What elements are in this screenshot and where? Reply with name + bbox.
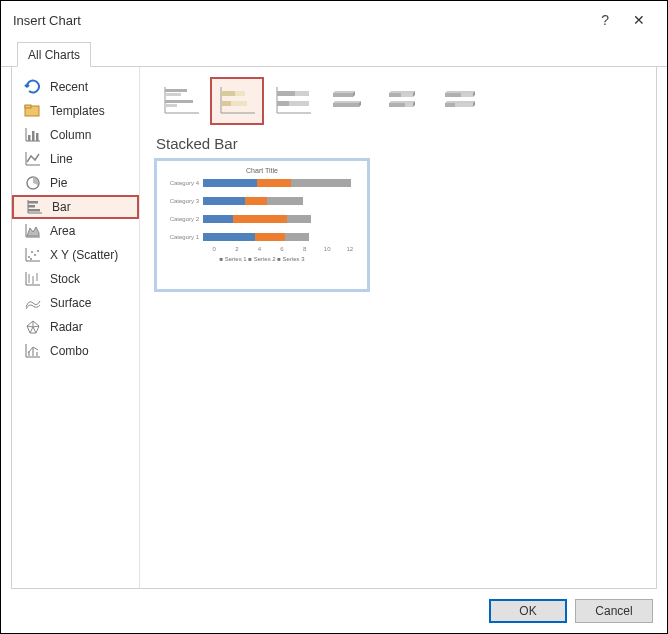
sidebar-item-pie[interactable]: Pie bbox=[12, 171, 139, 195]
svg-rect-39 bbox=[32, 348, 34, 357]
tab-all-charts[interactable]: All Charts bbox=[17, 42, 91, 67]
sidebar-item-radar[interactable]: Radar bbox=[12, 315, 139, 339]
sidebar-item-label: Stock bbox=[50, 272, 80, 286]
preview-category-label: Category 2 bbox=[163, 216, 199, 222]
svg-marker-73 bbox=[445, 91, 475, 93]
svg-rect-66 bbox=[389, 93, 401, 97]
dialog-title: Insert Chart bbox=[13, 13, 81, 28]
close-button[interactable]: ✕ bbox=[623, 12, 655, 28]
svg-line-33 bbox=[33, 327, 36, 333]
preview-tick: 0 bbox=[203, 246, 226, 252]
preview-category-label: Category 3 bbox=[163, 198, 199, 204]
preview-tick: 12 bbox=[338, 246, 361, 252]
preview-bar bbox=[203, 233, 309, 241]
svg-rect-70 bbox=[389, 103, 405, 107]
svg-rect-46 bbox=[165, 104, 177, 107]
ok-button[interactable]: OK bbox=[489, 599, 567, 623]
sidebar-item-label: Templates bbox=[50, 104, 105, 118]
cancel-button[interactable]: Cancel bbox=[575, 599, 653, 623]
chart-preview[interactable]: Chart Title Category 4 Category 3 Catego… bbox=[154, 158, 370, 292]
insert-chart-dialog: Insert Chart ? ✕ All Charts Recent Templ… bbox=[0, 0, 668, 634]
sidebar-item-label: Bar bbox=[52, 200, 71, 214]
preview-x-axis: 0 2 4 6 8 10 12 bbox=[203, 246, 361, 252]
svg-line-34 bbox=[30, 327, 33, 333]
recent-icon bbox=[24, 79, 42, 95]
svg-marker-77 bbox=[445, 101, 475, 103]
column-icon bbox=[24, 127, 42, 143]
sidebar-item-label: X Y (Scatter) bbox=[50, 248, 118, 262]
subtype-title: Stacked Bar bbox=[156, 135, 642, 152]
sidebar-item-line[interactable]: Line bbox=[12, 147, 139, 171]
preview-bar bbox=[203, 197, 303, 205]
line-icon bbox=[24, 151, 42, 167]
subtype-stacked-bar[interactable] bbox=[210, 77, 264, 125]
sidebar-item-scatter[interactable]: X Y (Scatter) bbox=[12, 243, 139, 267]
subtype-100-stacked-bar[interactable] bbox=[266, 77, 320, 125]
sidebar-item-label: Radar bbox=[50, 320, 83, 334]
svg-point-23 bbox=[37, 250, 39, 252]
sidebar-item-combo[interactable]: Combo bbox=[12, 339, 139, 363]
bar-subtype-row bbox=[154, 77, 642, 125]
dialog-footer: OK Cancel bbox=[1, 589, 667, 633]
sidebar-item-label: Line bbox=[50, 152, 73, 166]
sidebar-item-surface[interactable]: Surface bbox=[12, 291, 139, 315]
sidebar-item-area[interactable]: Area bbox=[12, 219, 139, 243]
sidebar-item-column[interactable]: Column bbox=[12, 123, 139, 147]
svg-rect-60 bbox=[333, 93, 353, 97]
sidebar-item-label: Area bbox=[50, 224, 75, 238]
svg-rect-63 bbox=[333, 103, 359, 107]
svg-rect-6 bbox=[36, 133, 39, 141]
preview-row: Category 2 bbox=[163, 214, 361, 224]
tab-row: All Charts bbox=[1, 39, 667, 67]
svg-rect-51 bbox=[221, 101, 231, 106]
svg-rect-49 bbox=[221, 91, 235, 96]
svg-rect-40 bbox=[36, 352, 38, 357]
svg-rect-79 bbox=[455, 103, 473, 107]
scatter-icon bbox=[24, 247, 42, 263]
preview-category-label: Category 4 bbox=[163, 180, 199, 186]
subtype-3d-stacked-bar[interactable] bbox=[378, 77, 432, 125]
titlebar: Insert Chart ? ✕ bbox=[1, 1, 667, 39]
svg-rect-44 bbox=[165, 93, 181, 96]
preview-tick: 4 bbox=[248, 246, 271, 252]
surface-icon bbox=[24, 295, 42, 311]
preview-tick: 6 bbox=[271, 246, 294, 252]
sidebar-item-label: Combo bbox=[50, 344, 89, 358]
preview-tick: 10 bbox=[316, 246, 339, 252]
sidebar-item-bar[interactable]: Bar bbox=[12, 195, 139, 219]
svg-rect-43 bbox=[165, 89, 187, 92]
sidebar-item-stock[interactable]: Stock bbox=[12, 267, 139, 291]
preview-row: Category 4 bbox=[163, 178, 361, 188]
sidebar-item-recent[interactable]: Recent bbox=[12, 75, 139, 99]
svg-rect-58 bbox=[289, 101, 309, 106]
svg-rect-55 bbox=[277, 91, 295, 96]
combo-icon bbox=[24, 343, 42, 359]
svg-rect-74 bbox=[445, 93, 461, 97]
preview-tick: 2 bbox=[226, 246, 249, 252]
templates-icon bbox=[24, 103, 42, 119]
subtype-3d-clustered-bar[interactable] bbox=[322, 77, 376, 125]
subtype-3d-100-stacked-bar[interactable] bbox=[434, 77, 488, 125]
preview-bar bbox=[203, 215, 311, 223]
svg-marker-62 bbox=[333, 101, 361, 103]
svg-rect-13 bbox=[28, 205, 35, 208]
svg-marker-17 bbox=[27, 227, 39, 236]
preview-legend: ■ Series 1 ■ Series 2 ■ Series 3 bbox=[163, 256, 361, 262]
dialog-body: Recent Templates Column Line bbox=[11, 67, 657, 589]
pie-icon bbox=[24, 175, 42, 191]
help-button[interactable]: ? bbox=[587, 12, 623, 28]
chart-category-sidebar: Recent Templates Column Line bbox=[12, 67, 140, 588]
svg-rect-50 bbox=[235, 91, 245, 96]
preview-category-label: Category 1 bbox=[163, 234, 199, 240]
radar-icon bbox=[24, 319, 42, 335]
area-icon bbox=[24, 223, 42, 239]
sidebar-item-templates[interactable]: Templates bbox=[12, 99, 139, 123]
sidebar-item-label: Pie bbox=[50, 176, 67, 190]
svg-rect-5 bbox=[32, 131, 35, 141]
subtype-clustered-bar[interactable] bbox=[154, 77, 208, 125]
sidebar-item-label: Surface bbox=[50, 296, 91, 310]
sidebar-item-label: Recent bbox=[50, 80, 88, 94]
svg-rect-52 bbox=[231, 101, 247, 106]
svg-marker-69 bbox=[389, 101, 415, 103]
svg-point-22 bbox=[34, 254, 36, 256]
